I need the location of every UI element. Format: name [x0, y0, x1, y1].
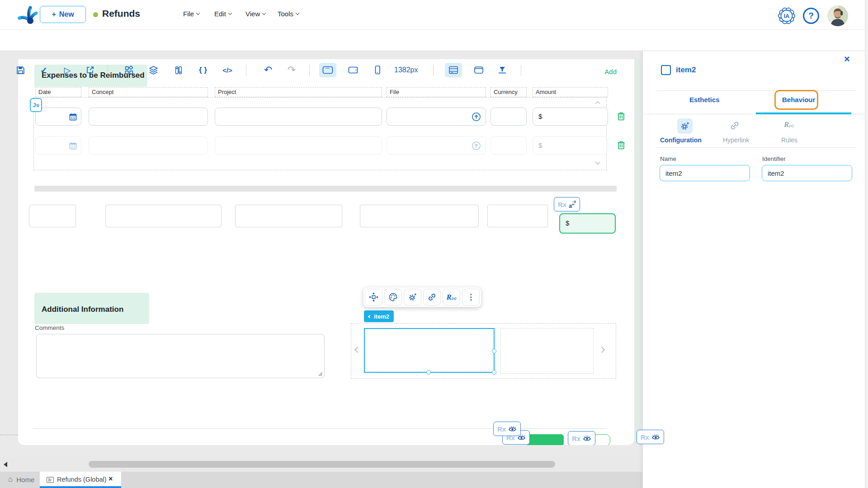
- canvas-scroll-strip[interactable]: [634, 59, 641, 445]
- device-phone-icon[interactable]: [372, 64, 383, 76]
- name-input[interactable]: [660, 165, 750, 181]
- validate-check-icon[interactable]: ✓: [38, 64, 50, 76]
- window-scrollbar-strip[interactable]: [865, 0, 868, 488]
- toolbar-separator: [433, 65, 434, 76]
- settings-gear-icon[interactable]: [404, 289, 421, 305]
- horizontal-scrollbar: [0, 457, 642, 472]
- tab-home[interactable]: ⌂ Home: [8, 475, 34, 484]
- amount-field[interactable]: $: [533, 108, 608, 126]
- column-header-file: File: [387, 87, 486, 97]
- delete-row-icon[interactable]: [617, 111, 626, 121]
- close-panel-icon[interactable]: ×: [844, 53, 850, 65]
- tab-refunds-global[interactable]: Refunds (Global) ×: [40, 472, 121, 488]
- concept-field[interactable]: [89, 136, 208, 155]
- file-field[interactable]: [387, 136, 486, 155]
- behaviour-annotation-ring: [774, 90, 818, 110]
- comments-textarea[interactable]: [36, 334, 325, 378]
- avatar[interactable]: [827, 5, 848, 26]
- redo-icon[interactable]: ↷: [286, 64, 297, 76]
- calendar-icon[interactable]: [69, 113, 77, 121]
- menu-tools[interactable]: Tools: [278, 10, 299, 18]
- close-tab-icon[interactable]: ×: [108, 475, 113, 483]
- layers-icon[interactable]: [147, 64, 159, 76]
- scrollbar-thumb[interactable]: [89, 461, 555, 468]
- selection-breadcrumb-pill[interactable]: item2: [364, 310, 394, 322]
- currency-field[interactable]: [491, 108, 527, 126]
- pipeline-sliders-icon[interactable]: [173, 64, 184, 76]
- subtab-configuration[interactable]: Configuration: [660, 136, 702, 144]
- filter-funnel-icon[interactable]: [496, 64, 508, 76]
- totals-cell[interactable]: [105, 205, 222, 227]
- undo-icon[interactable]: ↶: [262, 64, 274, 76]
- rx-visibility-badge[interactable]: Rx: [493, 422, 521, 436]
- rules-rx-icon[interactable]: R(x): [784, 120, 794, 129]
- submit-button[interactable]: [527, 434, 564, 445]
- resize-handle[interactable]: [426, 370, 431, 375]
- totals-cell[interactable]: [235, 205, 342, 227]
- carousel-item-box[interactable]: [500, 328, 594, 374]
- active-tab-underline: [756, 113, 851, 114]
- menu-file[interactable]: File: [183, 10, 199, 18]
- totals-cell[interactable]: [487, 205, 548, 227]
- menu-view[interactable]: View: [245, 10, 265, 18]
- form-canvas: Expenses to be Reimbursed Add Date Conce…: [18, 59, 634, 445]
- more-options-kebab-icon[interactable]: ⋮: [462, 289, 480, 305]
- hyperlink-icon[interactable]: [729, 120, 740, 131]
- hyperlink-icon[interactable]: [423, 289, 441, 305]
- help-icon[interactable]: ?: [803, 8, 819, 24]
- device-desktop-icon[interactable]: [319, 63, 336, 77]
- totals-cell[interactable]: [29, 205, 76, 227]
- identifier-input[interactable]: [762, 165, 852, 181]
- file-field[interactable]: [387, 108, 486, 126]
- components-blocks-icon[interactable]: [123, 64, 135, 76]
- export-icon[interactable]: [84, 64, 96, 76]
- item2-checkbox[interactable]: [661, 65, 671, 75]
- run-play-icon[interactable]: ▷: [61, 64, 73, 76]
- date-field[interactable]: [35, 108, 81, 126]
- date-field[interactable]: [35, 136, 81, 155]
- concept-field[interactable]: [89, 108, 208, 126]
- panel-title: item2: [676, 66, 696, 75]
- tab-esthetics[interactable]: Esthetics: [689, 96, 720, 103]
- chevron-down-icon: [228, 11, 232, 15]
- calendar-icon: [69, 141, 77, 150]
- totals-cell[interactable]: [360, 205, 479, 227]
- js-script-badge[interactable]: Js: [30, 98, 42, 112]
- new-button[interactable]: + New: [40, 6, 86, 23]
- rules-rx-icon[interactable]: R(x): [443, 289, 460, 305]
- menu-edit[interactable]: Edit: [214, 10, 231, 18]
- column-header-date: Date: [35, 87, 81, 97]
- layout-sections-icon[interactable]: [445, 63, 462, 77]
- rx-formula-badge[interactable]: Rx -x a″: [554, 197, 580, 211]
- save-icon[interactable]: [14, 64, 26, 76]
- amount-field[interactable]: $: [533, 136, 608, 155]
- resize-handle[interactable]: [492, 370, 496, 375]
- canvas-width-label: 1382px: [394, 66, 418, 74]
- subtab-configuration-icon-bg[interactable]: [677, 118, 693, 134]
- header-bar-icon[interactable]: [473, 64, 485, 76]
- rx-visibility-badge[interactable]: Rx: [637, 430, 664, 444]
- project-field[interactable]: [215, 108, 382, 126]
- selected-item2-box[interactable]: [364, 328, 495, 373]
- add-row-button[interactable]: Add: [589, 68, 617, 75]
- delete-row-icon[interactable]: [617, 140, 626, 150]
- code-icon[interactable]: </>: [222, 64, 233, 76]
- project-field[interactable]: [215, 136, 382, 155]
- palette-icon[interactable]: [384, 289, 402, 305]
- resize-handle-icon[interactable]: [318, 371, 322, 376]
- chevron-down-icon: [262, 11, 266, 15]
- comments-label: Comments: [35, 324, 64, 331]
- ia-badge-icon[interactable]: IA: [778, 7, 796, 25]
- subtab-rules[interactable]: Rules: [781, 136, 797, 144]
- total-amount-field[interactable]: $: [559, 213, 616, 234]
- upload-icon[interactable]: [472, 112, 481, 122]
- scroll-left-arrow[interactable]: [4, 462, 7, 467]
- braces-icon[interactable]: { }: [197, 64, 209, 76]
- resize-handle[interactable]: [492, 349, 496, 353]
- toolbar-separator: [521, 65, 521, 76]
- subtab-hyperlink[interactable]: Hyperlink: [723, 136, 749, 144]
- currency-field[interactable]: [491, 136, 527, 155]
- move-icon[interactable]: [365, 289, 382, 305]
- rx-visibility-badge[interactable]: Rx: [568, 431, 595, 445]
- device-tablet-icon[interactable]: [347, 64, 359, 76]
